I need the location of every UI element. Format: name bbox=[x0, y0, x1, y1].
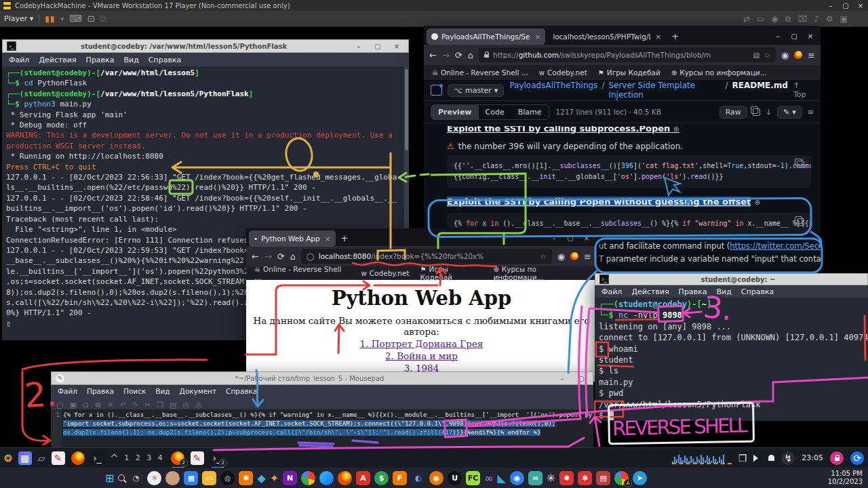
notification-bell-icon[interactable] bbox=[768, 455, 774, 461]
reload-button[interactable]: ⟳ bbox=[455, 50, 462, 60]
menu-file[interactable]: Файл bbox=[9, 56, 29, 64]
firefox-launcher-icon[interactable] bbox=[71, 451, 85, 465]
unity-icon[interactable]: ⧉ bbox=[100, 14, 106, 24]
firefox-account-icon[interactable] bbox=[794, 51, 802, 59]
mousepad-window-button[interactable]: ✎ bbox=[191, 451, 204, 465]
find-replace-icon[interactable]: ◎ bbox=[195, 397, 202, 410]
extensions-shield-icon[interactable]: ◉ bbox=[557, 251, 565, 262]
bookmark-games[interactable]: ⚑Игры Кодебай bbox=[420, 265, 483, 281]
nc-terminal-output[interactable]: ┌──(student@codeby)-[~]└─$ nc -nvlp 9898… bbox=[595, 298, 868, 421]
red-gear-app-1[interactable]: ✱ bbox=[559, 471, 574, 485]
orange-puzzle-app[interactable]: ✦ bbox=[270, 472, 279, 485]
firefox-window-button[interactable]: 2 bbox=[171, 451, 184, 465]
blender-app[interactable]: ◉ bbox=[429, 471, 443, 485]
heading-subprocess-popen[interactable]: Exploit the SSTI by calling subprocess.P… bbox=[447, 126, 811, 134]
copy-file-icon[interactable] bbox=[753, 108, 760, 116]
window-restore-tray-icon[interactable]: ❐ bbox=[738, 453, 747, 464]
workspace-switcher[interactable]: 1 2 3 4 bbox=[124, 453, 164, 462]
power-bolt-tray-icon[interactable]: ↯ bbox=[781, 451, 795, 465]
tab-localhost-phptwig[interactable]: localhost/lesson5/PHPTwig/i × bbox=[548, 28, 666, 45]
heading-popen-offset[interactable]: Exploit the SSTI by calling Popen withou… bbox=[447, 197, 751, 207]
network-device-icon[interactable]: ⧉ bbox=[785, 14, 791, 24]
red-a-app[interactable]: A bbox=[356, 471, 370, 485]
menu-edit[interactable]: Правка bbox=[679, 287, 707, 296]
color-wheel-app[interactable]: ✳ bbox=[147, 471, 161, 485]
close-button[interactable]: × bbox=[389, 41, 404, 51]
bookmark-courses[interactable]: ⊕Курсы по информаци... bbox=[671, 68, 767, 77]
forward-button[interactable]: → bbox=[264, 251, 272, 262]
unreal-app[interactable]: U bbox=[448, 471, 462, 485]
copy-code-icon[interactable] bbox=[797, 161, 804, 168]
display-device-icon[interactable]: ▭ bbox=[757, 14, 764, 24]
mousepad-editor[interactable]: 1 {% for x in ().__class__.__base__.__su… bbox=[51, 409, 593, 447]
close-button[interactable]: × bbox=[803, 32, 818, 41]
new-tab-button[interactable]: + bbox=[669, 31, 682, 41]
bookmark-star-icon[interactable]: ☆ bbox=[540, 252, 546, 260]
paste-icon[interactable]: ▤ bbox=[170, 397, 176, 410]
site-info-icon[interactable]: ◯ bbox=[307, 252, 315, 260]
firefox-account-icon[interactable] bbox=[570, 252, 578, 260]
flask-terminal-titlebar[interactable]: ›_ student@codeby: /var/www/html/lesson5… bbox=[2, 39, 409, 53]
minimize-button[interactable]: – bbox=[351, 41, 366, 51]
menu-document[interactable]: Документ bbox=[180, 387, 217, 395]
bookmark-games[interactable]: ⚑Игры Кодебай bbox=[598, 68, 660, 77]
settings-device-icon[interactable]: ⚙ bbox=[826, 14, 833, 24]
new-tab-button[interactable]: + bbox=[338, 233, 351, 243]
menu-search[interactable]: Поиск bbox=[123, 387, 146, 395]
orange-gear-app[interactable]: ✱ bbox=[239, 471, 253, 485]
sync-tray-icon[interactable]: ⟳ bbox=[850, 451, 864, 465]
maximize-button[interactable]: ▢ bbox=[370, 41, 385, 51]
nc-terminal-titlebar[interactable]: ›_ student@codeby: ~ bbox=[595, 273, 868, 285]
taskbar-clock[interactable]: 11:05 PM 10/2/2023 bbox=[828, 470, 863, 486]
close-file-icon[interactable]: ✕ bbox=[107, 397, 113, 410]
disk-device-icon[interactable]: ⌧ bbox=[797, 14, 807, 24]
minimize-button[interactable]: – bbox=[770, 32, 785, 41]
minimize-button[interactable]: – bbox=[547, 234, 561, 243]
terminal-launcher-icon[interactable]: ›_ bbox=[91, 451, 104, 465]
extensions-shield-icon[interactable]: ◉ bbox=[781, 50, 789, 60]
reader-view-icon[interactable]: ▤ bbox=[753, 51, 760, 59]
printer-app[interactable]: ▤ bbox=[596, 471, 610, 485]
tab-payloadsallthethings[interactable]: PayloadsAllTheThings/Se × bbox=[427, 28, 545, 45]
close-tab-icon[interactable]: × bbox=[325, 235, 331, 243]
branch-selector[interactable]: ⌥master▾ bbox=[448, 84, 504, 97]
app-menu-button[interactable]: ≡ bbox=[584, 251, 591, 262]
breadcrumb-folder[interactable]: Server Side Template Injection bbox=[608, 81, 721, 100]
back-button[interactable]: ← bbox=[252, 251, 259, 262]
copy-icon[interactable]: ❐ bbox=[157, 397, 163, 410]
send-ctrl-alt-del-icon[interactable]: ⌨ bbox=[69, 14, 82, 24]
vmware-close-button[interactable]: × bbox=[853, 1, 868, 10]
user-avatar-app[interactable] bbox=[165, 471, 180, 485]
back-button[interactable]: ← bbox=[429, 50, 437, 60]
menu-help[interactable]: Справка bbox=[226, 387, 257, 395]
url-bar[interactable]: https://github.com/swisskyrepo/PayloadsA… bbox=[479, 47, 776, 62]
spider-app[interactable]: ✳ bbox=[547, 472, 555, 485]
editor-text[interactable]: {% for x in ().__class__.__base__.__subc… bbox=[62, 409, 593, 447]
green-dollar-app[interactable]: $ bbox=[374, 471, 389, 485]
undo-icon[interactable]: ↶ bbox=[119, 397, 125, 410]
chrome-mic-app[interactable] bbox=[301, 471, 315, 485]
edit-button[interactable]: ✎▾ bbox=[777, 106, 802, 119]
sidebar-toggle-icon[interactable] bbox=[431, 85, 442, 96]
visual-studio-app[interactable]: ∞ bbox=[484, 472, 493, 485]
firefox-app[interactable] bbox=[338, 471, 352, 485]
bookmark-codeby[interactable]: wCodeby.net bbox=[539, 68, 587, 77]
plane-app[interactable]: ➤ bbox=[633, 471, 647, 485]
menu-actions[interactable]: Действия bbox=[39, 56, 76, 64]
pause-caret-icon[interactable]: ▾ bbox=[60, 16, 64, 22]
pin-app[interactable]: ◉ bbox=[510, 471, 524, 485]
redo-icon[interactable]: ↷ bbox=[132, 397, 138, 410]
lock-tray-icon[interactable] bbox=[830, 451, 844, 465]
maximize-button[interactable]: ▢ bbox=[574, 373, 589, 383]
menu-edit[interactable]: Правка bbox=[87, 387, 114, 395]
reload-button[interactable]: ⟳ bbox=[277, 251, 285, 262]
onenote-app[interactable]: N bbox=[283, 471, 297, 485]
player-menu[interactable]: Player ▾ bbox=[4, 14, 33, 23]
menu-help[interactable]: Справка bbox=[741, 287, 774, 296]
close-tab-icon[interactable]: × bbox=[534, 33, 540, 41]
tab-blame[interactable]: Blame bbox=[511, 105, 549, 119]
app-menu-button[interactable]: ≡ bbox=[808, 50, 815, 60]
save-icon[interactable]: ⊡ bbox=[83, 397, 89, 410]
maximize-button[interactable]: ▢ bbox=[787, 32, 802, 41]
edge-app[interactable] bbox=[319, 471, 334, 485]
